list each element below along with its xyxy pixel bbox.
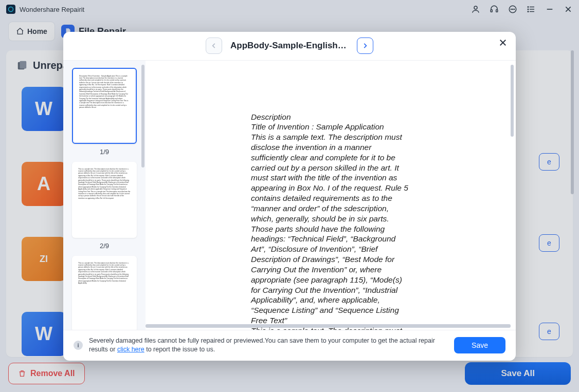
modal-overlay: AppBody-Sample-English.d… Description Ti…: [0, 0, 579, 392]
thumb-label-2: 2/9: [68, 242, 140, 250]
thumb-label-1: 1/9: [68, 148, 140, 156]
modal-filename: AppBody-Sample-English.d…: [230, 41, 349, 51]
modal-body: Description Title of Invention : Sample …: [63, 61, 516, 330]
modal-header: AppBody-Sample-English.d…: [63, 32, 516, 61]
document-content: DescriptionTitle of Invention : Sample A…: [251, 112, 410, 330]
preview-h-scrollbar[interactable]: [146, 324, 511, 328]
preview-scrollbar[interactable]: [511, 65, 514, 137]
modal-footer: i Severely damaged files cannot be fully…: [63, 330, 516, 361]
save-button[interactable]: Save: [454, 337, 505, 353]
thumbnails-pane[interactable]: Description Title of Invention : Sample …: [63, 61, 146, 330]
close-button[interactable]: [497, 37, 509, 48]
thumb-preview-text: Description Title of Invention : Sample …: [79, 75, 130, 109]
thumbs-scrollbar[interactable]: [141, 65, 144, 167]
footer-msg-post: to report the issue to us.: [144, 346, 215, 353]
page-thumb-3[interactable]: This is a sample text. The description m…: [72, 256, 137, 330]
info-icon: i: [74, 341, 83, 350]
report-issue-link[interactable]: click here: [117, 346, 144, 353]
preview-modal: AppBody-Sample-English.d… Description Ti…: [63, 32, 516, 361]
thumb-preview-text: This is a sample text. The description m…: [78, 168, 131, 200]
thumb-preview-text: This is a sample text. The description m…: [78, 262, 131, 285]
next-file-button[interactable]: [357, 38, 373, 54]
preview-pane[interactable]: DescriptionTitle of Invention : Sample A…: [146, 61, 516, 330]
page-thumb-2[interactable]: This is a sample text. The description m…: [72, 162, 137, 238]
prev-file-button[interactable]: [206, 38, 222, 54]
page-thumb-1[interactable]: Description Title of Invention : Sample …: [72, 68, 137, 144]
footer-message: Severely damaged files cannot be fully r…: [89, 337, 448, 354]
